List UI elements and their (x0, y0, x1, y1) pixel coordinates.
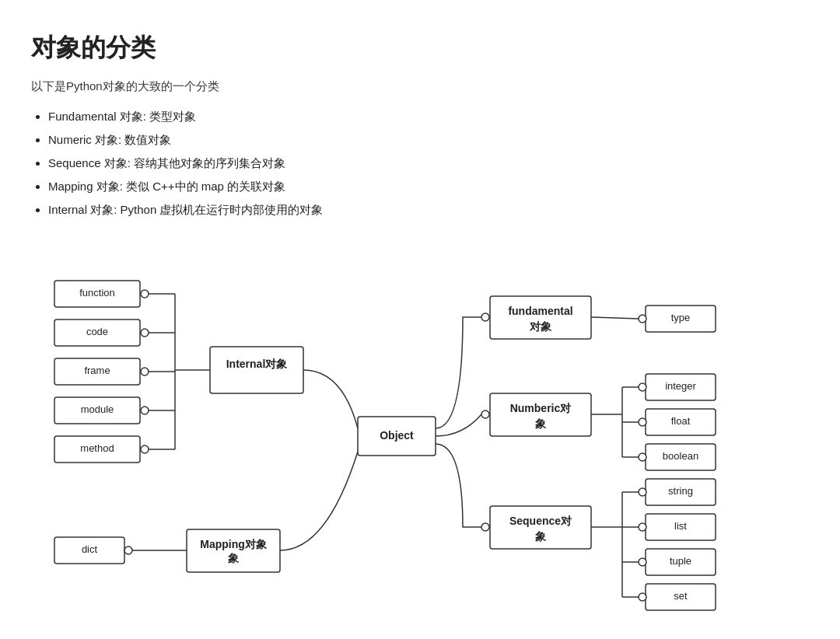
subtitle: 以下是Python对象的大致的一个分类 (31, 79, 809, 94)
svg-text:Sequence对: Sequence对 (509, 515, 572, 527)
svg-point-62 (481, 523, 489, 531)
svg-text:对象: 对象 (529, 320, 552, 333)
svg-text:Internal对象: Internal对象 (226, 358, 289, 370)
bullet-item-1: Numeric 对象: 数值对象 (48, 128, 809, 152)
svg-point-10 (141, 290, 149, 298)
svg-rect-15 (210, 347, 303, 393)
svg-text:integer: integer (665, 380, 696, 392)
svg-point-53 (639, 453, 646, 461)
svg-point-65 (639, 488, 646, 496)
svg-text:float: float (671, 415, 691, 427)
svg-point-13 (141, 407, 149, 414)
svg-text:module: module (81, 403, 114, 415)
bullet-list: Fundamental 对象: 类型对象 Numeric 对象: 数值对象 Se… (31, 105, 809, 222)
svg-text:Object: Object (380, 429, 414, 442)
svg-rect-33 (490, 296, 591, 339)
svg-text:象: 象 (535, 417, 547, 430)
svg-text:Mapping对象: Mapping对象 (200, 538, 268, 550)
svg-point-47 (639, 383, 646, 391)
svg-text:fundamental: fundamental (508, 305, 572, 317)
svg-point-50 (639, 418, 646, 426)
svg-point-39 (639, 315, 646, 323)
svg-text:function: function (79, 287, 115, 299)
svg-text:frame: frame (84, 365, 110, 376)
svg-point-14 (141, 445, 149, 453)
bullet-item-3: Mapping 对象: 类似 C++中的 map 的关联对象 (48, 175, 809, 198)
bullet-item-4: Internal 对象: Python 虚拟机在运行时内部使用的对象 (48, 198, 809, 222)
svg-text:type: type (671, 312, 691, 323)
bullet-item-2: Sequence 对象: 容纳其他对象的序列集合对象 (48, 152, 809, 175)
svg-point-68 (639, 523, 646, 531)
svg-rect-27 (187, 529, 280, 572)
bullet-item-0: Fundamental 对象: 类型对象 (48, 105, 809, 128)
svg-rect-59 (490, 506, 591, 549)
svg-point-26 (124, 546, 132, 554)
svg-text:code: code (86, 326, 108, 337)
svg-text:list: list (674, 520, 687, 532)
svg-text:tuple: tuple (670, 555, 691, 567)
svg-point-74 (639, 593, 646, 601)
diagram-area: .box { fill: #fff; stroke: #333; stroke-… (31, 250, 809, 639)
svg-point-71 (639, 558, 646, 566)
svg-point-44 (481, 410, 489, 418)
svg-line-40 (591, 317, 639, 319)
svg-point-36 (481, 313, 489, 321)
svg-text:Numberic对: Numberic对 (510, 402, 572, 414)
svg-point-11 (141, 329, 149, 337)
svg-text:dict: dict (82, 543, 98, 555)
svg-text:boolean: boolean (663, 450, 698, 462)
svg-text:method: method (80, 442, 114, 454)
svg-text:set: set (674, 590, 688, 602)
svg-text:象: 象 (228, 552, 240, 564)
object-diagram: .box { fill: #fff; stroke: #333; stroke-… (31, 250, 809, 638)
page-title: 对象的分类 (31, 31, 809, 65)
svg-rect-41 (490, 393, 591, 436)
svg-point-12 (141, 368, 149, 375)
svg-text:string: string (668, 485, 693, 497)
svg-text:象: 象 (535, 530, 547, 543)
